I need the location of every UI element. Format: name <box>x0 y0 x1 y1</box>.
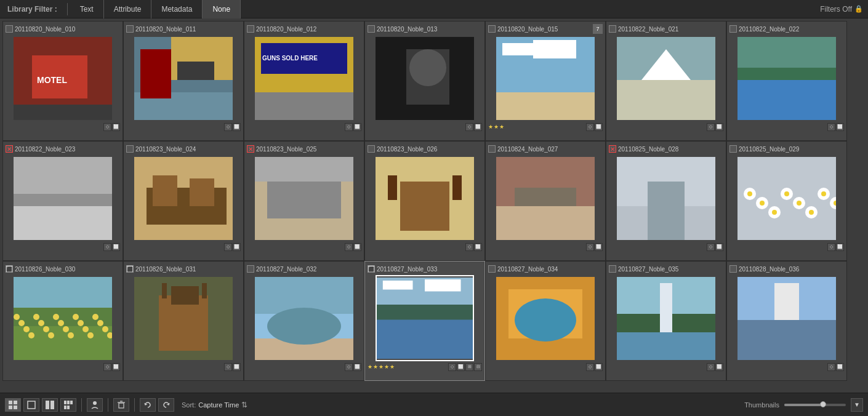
photo-cell-011[interactable]: 20110820_Noble_011◇⬜ <box>123 21 244 141</box>
cell-icon-btn-029-0[interactable]: ◇ <box>827 243 835 251</box>
cell-icon-btn-036-0[interactable]: ◇ <box>827 363 835 371</box>
cell-flag-025[interactable]: ✕ <box>247 145 254 153</box>
photo-cell-028[interactable]: ✕20110825_Noble_028◇⬜ <box>606 141 726 261</box>
photo-cell-032[interactable]: 20110827_Noble_032◇⬜ <box>244 261 364 381</box>
tab-metadata[interactable]: Metadata <box>151 0 203 18</box>
cell-icon-btn-031-1[interactable]: ⬜ <box>233 363 241 371</box>
cell-flag-024[interactable] <box>126 145 134 153</box>
photo-cell-036[interactable]: 20110828_Noble_036◇⬜ <box>726 261 847 381</box>
cell-icon-btn-029-1[interactable]: ⬜ <box>836 243 844 251</box>
cell-flag-010[interactable] <box>6 25 13 33</box>
cell-icon-btn-033-3[interactable]: ⊟ <box>474 363 482 371</box>
cell-icon-btn-015-0[interactable]: ◇ <box>586 123 594 131</box>
cell-icon-btn-036-1[interactable]: ⬜ <box>836 363 844 371</box>
cell-flag-022[interactable] <box>729 25 737 33</box>
grid-view-button[interactable] <box>5 398 21 412</box>
photo-cell-034[interactable]: 20110827_Noble_034◇⬜ <box>485 261 606 381</box>
cell-flag-036[interactable] <box>729 265 737 273</box>
cell-flag-013[interactable] <box>368 25 375 33</box>
cell-flag-015[interactable] <box>488 25 496 33</box>
cell-icon-btn-015-1[interactable]: ⬜ <box>595 123 603 131</box>
photo-cell-035[interactable]: 20110827_Noble_035◇⬜ <box>606 261 726 381</box>
photo-cell-027[interactable]: 20110824_Noble_027◇⬜ <box>485 141 606 261</box>
cell-icon-btn-022-1[interactable]: ⬜ <box>836 123 844 131</box>
cell-icon-btn-013-0[interactable]: ◇ <box>465 123 473 131</box>
cell-icon-btn-011-1[interactable]: ⬜ <box>233 123 241 131</box>
photo-cell-024[interactable]: 20110823_Noble_024◇⬜ <box>123 141 244 261</box>
cell-icon-btn-024-0[interactable]: ◇ <box>224 243 232 251</box>
thumbnail-size-slider[interactable] <box>784 404 846 406</box>
cell-icon-btn-010-1[interactable]: ⬜ <box>112 123 120 131</box>
cell-flag-026[interactable] <box>368 145 375 153</box>
cell-flag-027[interactable] <box>488 145 496 153</box>
cell-icon-btn-021-0[interactable]: ◇ <box>707 123 715 131</box>
cell-flag-034[interactable] <box>488 265 496 273</box>
photo-cell-025[interactable]: ✕20110823_Noble_025◇⬜ <box>244 141 364 261</box>
cell-icon-btn-028-0[interactable]: ◇ <box>707 243 715 251</box>
photo-grid[interactable]: 20110820_Noble_010◇⬜20110820_Noble_011◇⬜… <box>0 18 868 393</box>
cell-icon-btn-035-1[interactable]: ⬜ <box>715 363 723 371</box>
cell-flag-029[interactable] <box>729 145 737 153</box>
photo-cell-015[interactable]: 20110820_Noble_0157★★★◇⬜ <box>485 21 606 141</box>
tab-attribute[interactable]: Attribute <box>104 0 152 18</box>
cell-icon-btn-026-1[interactable]: ⬜ <box>474 243 482 251</box>
cell-flag-033[interactable]: ⬛ <box>368 265 375 273</box>
photo-cell-031[interactable]: ⬛20110826_Noble_031◇⬜ <box>123 261 244 381</box>
cell-icon-btn-025-1[interactable]: ⬜ <box>353 243 361 251</box>
cell-icon-btn-025-0[interactable]: ◇ <box>345 243 353 251</box>
cell-icon-btn-010-0[interactable]: ◇ <box>103 123 111 131</box>
cell-icon-btn-024-1[interactable]: ⬜ <box>233 243 241 251</box>
cell-flag-035[interactable] <box>609 265 616 273</box>
photo-cell-023[interactable]: ✕20110822_Noble_023◇⬜ <box>2 141 123 261</box>
rotate-left-button[interactable] <box>140 398 156 412</box>
cell-icon-btn-030-0[interactable]: ◇ <box>103 363 111 371</box>
people-view-button[interactable] <box>87 398 103 412</box>
cell-icon-btn-034-0[interactable]: ◇ <box>586 363 594 371</box>
cell-icon-btn-034-1[interactable]: ⬜ <box>595 363 603 371</box>
cell-flag-032[interactable] <box>247 265 254 273</box>
cell-icon-btn-032-0[interactable]: ◇ <box>345 363 353 371</box>
loupe-view-button[interactable] <box>23 398 39 412</box>
cell-icon-btn-012-1[interactable]: ⬜ <box>353 123 361 131</box>
cell-flag-012[interactable] <box>247 25 254 33</box>
cell-icon-btn-030-1[interactable]: ⬜ <box>112 363 120 371</box>
cell-icon-btn-026-0[interactable]: ◇ <box>465 243 473 251</box>
photo-cell-033[interactable]: ⬛20110827_Noble_033★★★★★◇⬜⊞⊟ <box>364 261 485 381</box>
cell-icon-btn-035-0[interactable]: ◇ <box>707 363 715 371</box>
cell-icon-btn-027-1[interactable]: ⬜ <box>595 243 603 251</box>
cell-icon-btn-011-0[interactable]: ◇ <box>224 123 232 131</box>
view-options-dropdown[interactable]: ▼ <box>851 398 863 412</box>
cell-flag-031[interactable]: ⬛ <box>126 265 134 273</box>
cell-icon-btn-028-1[interactable]: ⬜ <box>715 243 723 251</box>
rotate-right-button[interactable] <box>158 398 174 412</box>
cell-icon-btn-023-0[interactable]: ◇ <box>103 243 111 251</box>
cell-icon-btn-023-1[interactable]: ⬜ <box>112 243 120 251</box>
sort-direction-button[interactable]: ⇅ <box>241 401 247 409</box>
cell-flag-021[interactable] <box>609 25 616 33</box>
cell-icon-btn-033-1[interactable]: ⬜ <box>457 363 465 371</box>
photo-cell-012[interactable]: 20110820_Noble_012◇⬜ <box>244 21 364 141</box>
cell-flag-023[interactable]: ✕ <box>6 145 13 153</box>
compare-view-button[interactable] <box>42 398 58 412</box>
cell-icon-btn-021-1[interactable]: ⬜ <box>715 123 723 131</box>
photo-cell-029[interactable]: 20110825_Noble_029◇⬜ <box>726 141 847 261</box>
cell-icon-btn-013-1[interactable]: ⬜ <box>474 123 482 131</box>
cell-icon-btn-027-0[interactable]: ◇ <box>586 243 594 251</box>
cell-icon-btn-022-0[interactable]: ◇ <box>827 123 835 131</box>
photo-cell-030[interactable]: ⬛20110826_Noble_030◇⬜ <box>2 261 123 381</box>
slider-handle[interactable] <box>820 401 826 407</box>
delete-button[interactable] <box>113 398 129 412</box>
cell-flag-011[interactable] <box>126 25 134 33</box>
cell-icon-btn-032-1[interactable]: ⬜ <box>353 363 361 371</box>
cell-flag-030[interactable]: ⬛ <box>6 265 13 273</box>
cell-icon-btn-033-0[interactable]: ◇ <box>448 363 456 371</box>
cell-icon-btn-012-0[interactable]: ◇ <box>345 123 353 131</box>
cell-flag-028[interactable]: ✕ <box>609 145 616 153</box>
tab-none[interactable]: None <box>203 0 241 18</box>
photo-cell-010[interactable]: 20110820_Noble_010◇⬜ <box>2 21 123 141</box>
sort-value[interactable]: Capture Time <box>198 401 239 409</box>
cell-icon-btn-031-0[interactable]: ◇ <box>224 363 232 371</box>
cell-icon-btn-033-2[interactable]: ⊞ <box>465 363 473 371</box>
photo-cell-021[interactable]: 20110822_Noble_021◇⬜ <box>606 21 726 141</box>
photo-cell-022[interactable]: 20110822_Noble_022◇⬜ <box>726 21 847 141</box>
